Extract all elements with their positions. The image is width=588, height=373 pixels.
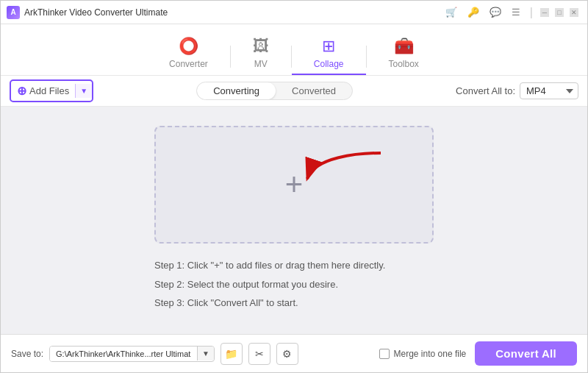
save-path-input[interactable] xyxy=(50,347,197,361)
add-files-label: Add Files xyxy=(29,85,69,96)
format-select[interactable]: MP4 AVI MOV MKV WMV xyxy=(520,82,578,99)
close-button[interactable]: ✕ xyxy=(570,8,578,17)
nav-tabs: ⭕ Converter 🖼 MV ⊞ Collage 🧰 Toolbox xyxy=(1,24,587,76)
folder-icon-button[interactable]: 📁 xyxy=(220,343,243,365)
drop-area[interactable]: + xyxy=(154,126,434,244)
merge-label: Merge into one file xyxy=(394,349,467,359)
add-files-main[interactable]: ⊕ Add Files xyxy=(11,81,75,101)
title-bar: A ArkThinker Video Converter Ultimate 🛒 … xyxy=(1,1,587,24)
add-files-button[interactable]: ⊕ Add Files ▼ xyxy=(10,79,93,102)
maximize-button[interactable]: □ xyxy=(555,8,564,17)
convert-tab-group: Converting Converted xyxy=(101,82,448,100)
converted-tab[interactable]: Converted xyxy=(276,82,352,99)
tab-mv[interactable]: 🖼 MV xyxy=(231,32,291,75)
minimize-button[interactable]: ─ xyxy=(540,8,549,17)
instructions: Step 1: Click "+" to add files or drag t… xyxy=(154,258,434,315)
app-logo: A xyxy=(7,6,20,19)
mv-icon: 🖼 xyxy=(253,37,269,56)
main-content: + Step 1: Click "+" to add files or drag… xyxy=(1,107,587,334)
key-icon[interactable]: 🔑 xyxy=(465,5,481,19)
save-to-label: Save to: xyxy=(11,349,43,359)
title-bar-icons: 🛒 🔑 💬 ☰ | ─ □ ✕ xyxy=(443,5,578,19)
toolbar: ⊕ Add Files ▼ Converting Converted Conve… xyxy=(1,76,587,107)
tab-toolbox[interactable]: 🧰 Toolbox xyxy=(367,32,441,75)
convert-all-button[interactable]: Convert All xyxy=(475,341,577,366)
tab-converter[interactable]: ⭕ Converter xyxy=(147,32,230,75)
app-title: ArkThinker Video Converter Ultimate xyxy=(24,7,443,18)
plus-icon: ⊕ xyxy=(17,84,26,98)
settings-icon-button[interactable]: ⚙ xyxy=(276,343,298,365)
instruction-step-1: Step 1: Click "+" to add files or drag t… xyxy=(154,258,434,273)
merge-checkbox-group[interactable]: Merge into one file xyxy=(379,349,467,359)
chat-icon[interactable]: 💬 xyxy=(487,5,503,19)
menu-icon[interactable]: ☰ xyxy=(509,5,523,19)
instruction-step-2: Step 2: Select the output format you des… xyxy=(154,277,434,292)
collage-icon: ⊞ xyxy=(322,37,335,56)
bottom-right-group: Merge into one file Convert All xyxy=(379,341,578,366)
instruction-step-3: Step 3: Click "Convert All" to start. xyxy=(154,296,434,310)
bottom-bar: Save to: ▼ 📁 ✂ ⚙ Merge into one file Con… xyxy=(1,334,587,372)
save-path-group: ▼ xyxy=(49,346,215,362)
tab-collage[interactable]: ⊞ Collage xyxy=(292,32,366,75)
save-path-dropdown[interactable]: ▼ xyxy=(197,347,214,360)
convert-all-to-label: Convert All to: xyxy=(456,85,515,96)
cart-icon[interactable]: 🛒 xyxy=(443,5,459,19)
red-arrow xyxy=(300,149,388,196)
merge-checkbox[interactable] xyxy=(379,349,390,359)
converting-tab[interactable]: Converting xyxy=(197,82,276,99)
convert-tabs-container: Converting Converted xyxy=(196,82,353,100)
convert-all-to-group: Convert All to: MP4 AVI MOV MKV WMV xyxy=(456,82,578,99)
converter-icon: ⭕ xyxy=(179,37,198,56)
add-files-dropdown-arrow[interactable]: ▼ xyxy=(75,84,92,98)
toolbox-icon: 🧰 xyxy=(394,37,414,56)
cut-icon-button[interactable]: ✂ xyxy=(248,343,270,365)
